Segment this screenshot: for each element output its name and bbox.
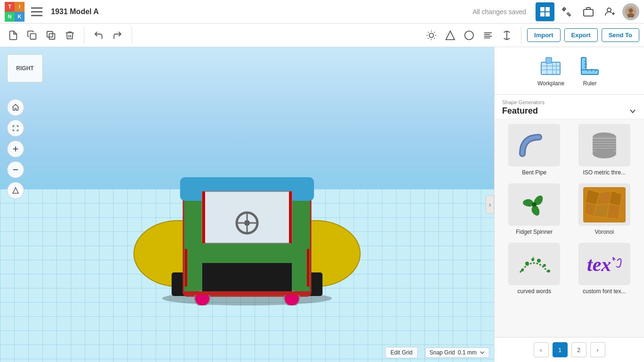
svg-point-8 <box>607 8 611 12</box>
tinkercad-logo[interactable]: T I N K <box>5 2 25 22</box>
align-button[interactable] <box>479 27 496 44</box>
panel-tools: Workplane <box>495 47 644 95</box>
svg-point-93 <box>537 259 541 263</box>
snap-dropdown-icon[interactable] <box>479 350 485 355</box>
workplane-tool[interactable]: Workplane <box>537 55 564 87</box>
panel-collapse-arrow[interactable]: › <box>486 195 494 214</box>
undo-button[interactable] <box>90 27 107 44</box>
svg-point-95 <box>547 270 550 272</box>
prev-page-button[interactable]: ‹ <box>534 342 549 357</box>
shape-generators-dropdown[interactable]: Featured <box>502 106 636 116</box>
svg-rect-57 <box>307 249 309 287</box>
svg-line-25 <box>434 32 435 32</box>
mirror-button[interactable] <box>498 27 515 44</box>
svg-rect-48 <box>289 191 292 243</box>
svg-line-20 <box>428 32 429 32</box>
svg-point-27 <box>465 31 473 39</box>
edit-grid-button[interactable]: Edit Grid <box>385 347 418 358</box>
custom-font-name: custom font tex... <box>583 288 626 295</box>
svg-rect-3 <box>540 7 545 11</box>
add-user-button[interactable] <box>601 2 619 21</box>
import-button[interactable]: Import <box>527 28 560 42</box>
custom-font-thumb: tex <box>578 243 630 285</box>
svg-point-81 <box>593 149 616 158</box>
shape-grid: Bent Pipe <box>495 119 644 337</box>
shape-item-voronoi[interactable]: Voronoi <box>572 183 637 235</box>
project-title: 1931 Model A <box>51 8 262 16</box>
zoom-in-button[interactable] <box>7 140 24 157</box>
svg-rect-7 <box>584 9 593 16</box>
svg-marker-26 <box>446 31 454 39</box>
panel-toolbar: Import Export Send To <box>527 28 639 42</box>
svg-point-82 <box>532 202 537 207</box>
shapes-button[interactable] <box>442 27 459 44</box>
pagination: ‹ 1 2 › <box>495 337 644 362</box>
toolbar: Import Export Send To <box>0 24 644 47</box>
svg-rect-47 <box>202 191 205 243</box>
duplicate-button[interactable] <box>42 27 59 44</box>
main-area: RIGHT <box>0 47 644 362</box>
voronoi-name: Voronoi <box>594 229 614 235</box>
shape-item-fidget-spinner[interactable]: Fidget Spinner <box>502 183 567 235</box>
iso-metric-thumb <box>578 124 630 166</box>
left-controls <box>7 99 24 199</box>
right-panel: Workplane <box>494 47 644 362</box>
top-right-icons <box>536 2 639 21</box>
shape-item-bent-pipe[interactable]: Bent Pipe <box>502 124 567 176</box>
avatar[interactable] <box>622 3 639 20</box>
workplane-icon <box>539 55 562 77</box>
shape-generators-header: Shape Generators Featured <box>495 95 644 119</box>
ruler-tool[interactable]: Ruler <box>578 55 601 87</box>
page-1-button[interactable]: 1 <box>553 342 568 357</box>
home-view-button[interactable] <box>7 99 24 116</box>
svg-line-24 <box>428 38 429 38</box>
logo-k: K <box>15 12 25 22</box>
new-button[interactable] <box>5 27 22 44</box>
list-view-icon[interactable] <box>29 4 44 19</box>
shape-row-1: Bent Pipe <box>502 124 636 176</box>
curved-words-thumb <box>508 243 560 285</box>
send-to-button[interactable]: Send To <box>602 28 639 42</box>
redo-button[interactable] <box>109 27 126 44</box>
viewport[interactable]: RIGHT <box>0 47 494 362</box>
export-button[interactable]: Export <box>564 28 598 42</box>
svg-marker-89 <box>607 204 620 219</box>
shape-item-curved-words[interactable]: curved words <box>502 243 567 295</box>
fit-view-button[interactable] <box>7 120 24 137</box>
view-cube-face[interactable]: RIGHT <box>7 54 43 82</box>
delete-button[interactable] <box>61 27 78 44</box>
view-cube[interactable]: RIGHT <box>7 54 45 92</box>
svg-rect-6 <box>545 12 550 16</box>
build-button[interactable] <box>557 2 576 21</box>
history-tools <box>90 27 132 44</box>
svg-text:tex: tex <box>587 254 611 275</box>
shape-row-3: curved words tex custom font tex... <box>502 243 636 295</box>
gallery-button[interactable] <box>579 2 598 21</box>
svg-rect-58 <box>183 291 311 295</box>
ruler-icon <box>578 55 601 77</box>
svg-point-17 <box>429 33 433 37</box>
svg-rect-5 <box>540 12 545 16</box>
autosave-status: All changes saved <box>472 8 526 16</box>
workplane-label: Workplane <box>537 80 564 87</box>
perspective-button[interactable] <box>7 182 24 199</box>
featured-label: Featured <box>502 106 538 116</box>
shape-item-iso-metric[interactable]: ISO metric thre... <box>572 124 637 176</box>
bent-pipe-thumb <box>508 124 560 166</box>
car-model <box>129 107 365 305</box>
view-label: RIGHT <box>16 65 33 72</box>
shape-item-custom-font[interactable]: tex custom font tex... <box>572 243 637 295</box>
grid-view-button[interactable] <box>536 2 554 21</box>
svg-point-12 <box>628 8 633 12</box>
copy-button[interactable] <box>24 27 41 44</box>
next-page-button[interactable]: › <box>590 342 605 357</box>
svg-rect-56 <box>185 249 187 287</box>
circle-button[interactable] <box>461 27 478 44</box>
zoom-out-button[interactable] <box>7 161 24 178</box>
shape-generators-label: Shape Generators <box>502 99 636 105</box>
snap-value: 0.1 mm <box>458 349 477 356</box>
svg-rect-65 <box>546 58 552 63</box>
snap-grid-control: Snap Grid 0.1 mm <box>425 347 489 358</box>
page-2-button[interactable]: 2 <box>571 342 586 357</box>
light-button[interactable] <box>423 27 440 44</box>
